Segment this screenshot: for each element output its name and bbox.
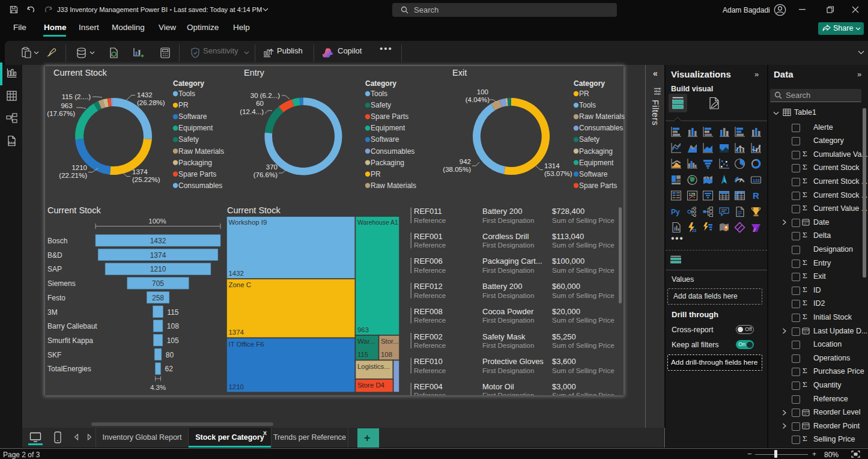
svg-text:115 (2....): 115 (2....) (62, 93, 91, 100)
svg-text:Logistics...: Logistics... (357, 363, 390, 370)
svg-text:$113,040: $113,040 (552, 232, 584, 241)
svg-text:First Designation: First Designation (482, 317, 534, 324)
svg-text:$100,000: $100,000 (552, 257, 584, 266)
svg-text:Store D4: Store D4 (357, 381, 384, 389)
svg-text:Bosch: Bosch (47, 237, 67, 245)
svg-text:Safety: Safety (579, 135, 599, 144)
svg-text:SAP: SAP (47, 265, 62, 273)
svg-text:Raw Materials: Raw Materials (371, 181, 416, 190)
svg-text:(76.6%): (76.6%) (253, 171, 278, 178)
svg-text:Battery 200: Battery 200 (482, 282, 523, 291)
svg-text:First Designation: First Designation (482, 242, 534, 249)
svg-text:(4.04%): (4.04%) (466, 96, 490, 103)
svg-text:Packaging: Packaging (178, 159, 212, 167)
svg-text:Reference: Reference (414, 242, 446, 249)
svg-text:30 (6.2...): 30 (6.2...) (250, 92, 280, 99)
svg-text:Barry Callebaut: Barry Callebaut (47, 322, 97, 330)
svg-text:1210: 1210 (71, 164, 87, 171)
svg-text:Spare Parts: Spare Parts (371, 112, 408, 121)
svg-text:Reference: Reference (414, 267, 446, 274)
svg-text:First Designation: First Designation (482, 292, 534, 299)
svg-text:SKF: SKF (47, 351, 61, 359)
svg-text:370: 370 (266, 163, 278, 171)
svg-text:REF008: REF008 (414, 307, 443, 316)
svg-text:1210: 1210 (150, 265, 166, 273)
svg-text:Entry: Entry (244, 68, 265, 78)
svg-text:1314: 1314 (544, 162, 560, 169)
svg-text:Consumables: Consumables (579, 124, 623, 132)
svg-text:Festo: Festo (47, 294, 65, 302)
svg-text:$20,000: $20,000 (552, 307, 580, 316)
svg-text:Raw Materials: Raw Materials (178, 147, 224, 156)
svg-text:115: 115 (357, 351, 368, 358)
svg-text:(17.67%): (17.67%) (47, 110, 75, 117)
svg-text:705: 705 (152, 279, 164, 288)
svg-text:Warehouse A1: Warehouse A1 (357, 219, 398, 226)
svg-text:REF006: REF006 (414, 257, 443, 266)
svg-text:Consumables: Consumables (371, 147, 414, 156)
svg-text:Reference: Reference (414, 217, 446, 224)
svg-text:(26.28%): (26.28%) (137, 99, 165, 106)
svg-text:TotalEnergies: TotalEnergies (47, 365, 91, 373)
svg-text:Motor Oil: Motor Oil (482, 382, 514, 391)
svg-text:Packaging Cart...: Packaging Cart... (482, 257, 542, 266)
svg-text:108: 108 (381, 351, 392, 358)
svg-text:REF001: REF001 (414, 232, 443, 241)
svg-text:Spare Parts: Spare Parts (579, 181, 617, 190)
svg-text:Software: Software (579, 170, 608, 178)
svg-text:Cocoa Powder: Cocoa Powder (482, 307, 534, 316)
svg-text:Protective Gloves: Protective Gloves (482, 357, 544, 366)
svg-text:1432: 1432 (229, 270, 244, 277)
svg-text:Sum of Selling Price: Sum of Selling Price (552, 217, 615, 224)
svg-text:115: 115 (167, 308, 178, 317)
svg-text:Consumables: Consumables (178, 181, 222, 190)
svg-text:(53.07%): (53.07%) (544, 170, 572, 177)
svg-text:(12.4...): (12.4...) (240, 108, 264, 115)
svg-text:R: R (753, 190, 759, 201)
svg-text:$728,400: $728,400 (552, 207, 584, 216)
svg-text:100%: 100% (148, 217, 166, 225)
svg-text:Siemens: Siemens (47, 279, 76, 288)
svg-text:Sum of Selling Price: Sum of Selling Price (552, 317, 615, 324)
svg-text:PR: PR (579, 90, 589, 98)
svg-text:100: 100 (477, 88, 488, 96)
svg-text:Sum of Selling Price: Sum of Selling Price (552, 392, 615, 395)
svg-text:Workshop I9: Workshop I9 (229, 219, 267, 226)
svg-text:963: 963 (61, 102, 72, 109)
svg-text:Tools: Tools (371, 90, 387, 98)
svg-text:(22.21%): (22.21%) (59, 172, 87, 179)
svg-text:Sum of Selling Price: Sum of Selling Price (552, 342, 615, 349)
svg-text:123: 123 (753, 178, 760, 182)
svg-text:105: 105 (167, 336, 179, 345)
svg-text:Stor...: Stor... (381, 338, 399, 345)
svg-text:Category: Category (173, 79, 204, 88)
svg-text:Equipment: Equipment (178, 124, 213, 132)
svg-text:Category: Category (574, 79, 605, 88)
svg-text:Safety Mask: Safety Mask (482, 332, 526, 341)
svg-text:Tools: Tools (178, 90, 195, 98)
svg-text:Category: Category (365, 79, 396, 88)
svg-text:1374: 1374 (150, 251, 166, 260)
svg-text:IT Office F6: IT Office F6 (229, 341, 264, 348)
svg-text:Current Stock: Current Stock (227, 205, 281, 215)
svg-text:80: 80 (166, 351, 174, 359)
svg-text:Current Stock: Current Stock (53, 68, 107, 78)
svg-text:(38.05%): (38.05%) (443, 166, 471, 173)
svg-text:REF004: REF004 (414, 382, 443, 391)
svg-text:Sum of Selling Price: Sum of Selling Price (552, 242, 615, 249)
svg-text:Equipment: Equipment (371, 124, 405, 132)
svg-text:PR: PR (371, 170, 381, 178)
svg-text:$5,250: $5,250 (552, 332, 576, 341)
svg-text:First Designation: First Designation (482, 342, 534, 349)
svg-text:Software: Software (371, 135, 399, 144)
svg-text:Reference: Reference (414, 342, 446, 349)
svg-text:4.3%: 4.3% (150, 384, 166, 391)
svg-text:23: 23 (692, 228, 697, 233)
svg-text:Reference: Reference (414, 367, 446, 374)
svg-text:Py: Py (671, 208, 680, 216)
svg-text:258: 258 (152, 294, 164, 302)
svg-text:First Designation: First Designation (482, 217, 534, 224)
svg-text:Battery 200: Battery 200 (482, 207, 523, 216)
svg-text:REF002: REF002 (414, 332, 443, 341)
svg-text:Reference: Reference (414, 317, 446, 324)
